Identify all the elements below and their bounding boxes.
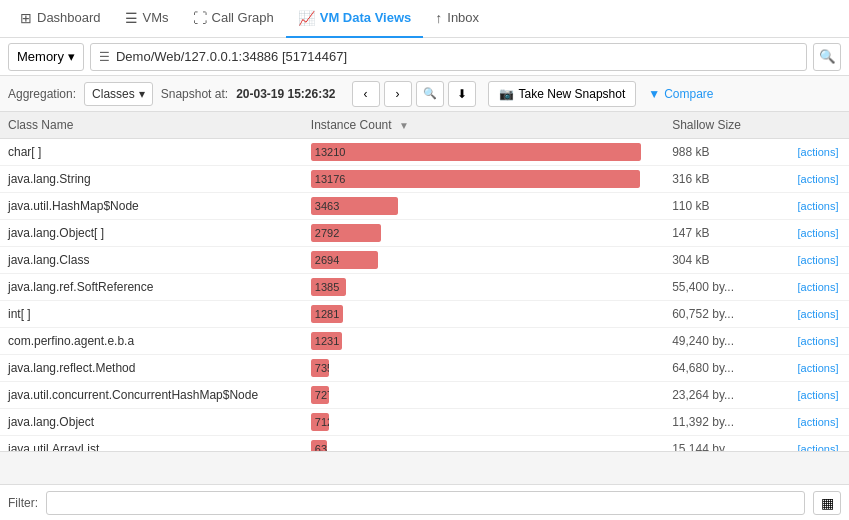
cell-shallow-size: 64,680 by... <box>664 355 789 382</box>
cell-instance-count: 1231 <box>303 328 664 355</box>
table-row: java.lang.ref.SoftReference 1385 55,400 … <box>0 274 849 301</box>
table-body: char[ ] 13210 988 kB[actions]java.lang.S… <box>0 139 849 453</box>
table-header: Class Name Instance Count ▼ Shallow Size <box>0 112 849 139</box>
cell-actions[interactable]: [actions] <box>789 247 849 274</box>
aggregation-dropdown-arrow: ▾ <box>139 87 145 101</box>
url-text: Demo/Web/127.0.0.1:34886 [51714467] <box>116 49 798 64</box>
vmdataviews-icon: 📈 <box>298 10 315 26</box>
compare-arrow-icon: ▼ <box>648 87 660 101</box>
cell-instance-count: 13210 <box>303 139 664 166</box>
actions-link[interactable]: [actions] <box>797 146 838 158</box>
cell-actions[interactable]: [actions] <box>789 193 849 220</box>
actions-link[interactable]: [actions] <box>797 308 838 320</box>
actions-link[interactable]: [actions] <box>797 200 838 212</box>
data-table: Class Name Instance Count ▼ Shallow Size… <box>0 112 849 452</box>
memory-dropdown[interactable]: Memory ▾ <box>8 43 84 71</box>
cell-instance-count: 13176 <box>303 166 664 193</box>
nav-item-vmdataviews[interactable]: 📈 VM Data Views <box>286 0 424 38</box>
actions-link[interactable]: [actions] <box>797 416 838 428</box>
cell-actions[interactable]: [actions] <box>789 301 849 328</box>
snapshot-nav-buttons: ‹ › 🔍 ⬇ <box>352 81 476 107</box>
cell-class-name: java.lang.Object <box>0 409 303 436</box>
cell-class-name: java.lang.String <box>0 166 303 193</box>
toolbar: Memory ▾ ☰ Demo/Web/127.0.0.1:34886 [517… <box>0 38 849 76</box>
nav-item-callgraph[interactable]: ⛶ Call Graph <box>181 0 286 38</box>
cell-instance-count: 2792 <box>303 220 664 247</box>
vms-icon: ☰ <box>125 10 138 26</box>
nav-label-dashboard: Dashboard <box>37 10 101 25</box>
actions-link[interactable]: [actions] <box>797 227 838 239</box>
cell-actions[interactable]: [actions] <box>789 328 849 355</box>
take-snapshot-button[interactable]: 📷 Take New Snapshot <box>488 81 637 107</box>
actions-link[interactable]: [actions] <box>797 254 838 266</box>
cell-actions[interactable]: [actions] <box>789 382 849 409</box>
url-icon: ☰ <box>99 50 110 64</box>
nav-label-callgraph: Call Graph <box>212 10 274 25</box>
snapshot-label: Snapshot at: <box>161 87 228 101</box>
nav-item-inbox[interactable]: ↑ Inbox <box>423 0 491 38</box>
actions-link[interactable]: [actions] <box>797 443 838 452</box>
actions-link[interactable]: [actions] <box>797 389 838 401</box>
cell-actions[interactable]: [actions] <box>789 166 849 193</box>
cell-shallow-size: 304 kB <box>664 247 789 274</box>
snapshot-value: 20-03-19 15:26:32 <box>236 87 335 101</box>
cell-shallow-size: 55,400 by... <box>664 274 789 301</box>
filter-columns-button[interactable]: ▦ <box>813 491 841 515</box>
cell-shallow-size: 110 kB <box>664 193 789 220</box>
table-row: int[ ] 1281 60,752 by...[actions] <box>0 301 849 328</box>
prev-snapshot-button[interactable]: ‹ <box>352 81 380 107</box>
nav-label-vms: VMs <box>143 10 169 25</box>
cell-actions[interactable]: [actions] <box>789 274 849 301</box>
actions-link[interactable]: [actions] <box>797 362 838 374</box>
cell-class-name: java.util.HashMap$Node <box>0 193 303 220</box>
cell-instance-count: 735 <box>303 355 664 382</box>
next-snapshot-button[interactable]: › <box>384 81 412 107</box>
download-icon: ⬇ <box>457 87 467 101</box>
cell-actions[interactable]: [actions] <box>789 436 849 453</box>
cell-class-name: com.perfino.agent.e.b.a <box>0 328 303 355</box>
cell-instance-count: 2694 <box>303 247 664 274</box>
column-header-actions <box>789 112 849 139</box>
cell-shallow-size: 23,264 by... <box>664 382 789 409</box>
cell-class-name: java.lang.Object[ ] <box>0 220 303 247</box>
take-snapshot-label: Take New Snapshot <box>519 87 626 101</box>
cell-instance-count: 1385 <box>303 274 664 301</box>
table-row: java.lang.Object 712 11,392 by...[action… <box>0 409 849 436</box>
callgraph-icon: ⛶ <box>193 10 207 26</box>
table-row: java.lang.Class 2694 304 kB[actions] <box>0 247 849 274</box>
aggregation-label: Aggregation: <box>8 87 76 101</box>
cell-actions[interactable]: [actions] <box>789 409 849 436</box>
compare-button[interactable]: ▼ Compare <box>648 87 713 101</box>
cell-class-name: int[ ] <box>0 301 303 328</box>
toolbar-search-button[interactable]: 🔍 <box>813 43 841 71</box>
cell-instance-count: 727 <box>303 382 664 409</box>
cell-instance-count: 631 <box>303 436 664 453</box>
aggregation-bar: Aggregation: Classes ▾ Snapshot at: 20-0… <box>0 76 849 112</box>
nav-label-vmdataviews: VM Data Views <box>320 10 412 25</box>
aggregation-dropdown[interactable]: Classes ▾ <box>84 82 153 106</box>
filter-bar: Filter: ▦ <box>0 484 849 520</box>
actions-link[interactable]: [actions] <box>797 173 838 185</box>
cell-actions[interactable]: [actions] <box>789 220 849 247</box>
search-snapshot-icon: 🔍 <box>423 87 437 100</box>
cell-class-name: java.lang.ref.SoftReference <box>0 274 303 301</box>
cell-class-name: java.lang.Class <box>0 247 303 274</box>
nav-item-dashboard[interactable]: ⊞ Dashboard <box>8 0 113 38</box>
column-header-instance-count[interactable]: Instance Count ▼ <box>303 112 664 139</box>
download-snapshot-button[interactable]: ⬇ <box>448 81 476 107</box>
nav-item-vms[interactable]: ☰ VMs <box>113 0 181 38</box>
cell-actions[interactable]: [actions] <box>789 355 849 382</box>
actions-link[interactable]: [actions] <box>797 281 838 293</box>
table-row: java.util.HashMap$Node 3463 110 kB[actio… <box>0 193 849 220</box>
sort-arrow-icon: ▼ <box>399 120 409 131</box>
cell-class-name: java.lang.reflect.Method <box>0 355 303 382</box>
toolbar-search-icon: 🔍 <box>819 49 836 64</box>
search-snapshot-button[interactable]: 🔍 <box>416 81 444 107</box>
next-icon: › <box>396 87 400 101</box>
dashboard-icon: ⊞ <box>20 10 32 26</box>
actions-link[interactable]: [actions] <box>797 335 838 347</box>
cell-actions[interactable]: [actions] <box>789 139 849 166</box>
cell-shallow-size: 60,752 by... <box>664 301 789 328</box>
memory-label: Memory <box>17 49 64 64</box>
filter-input[interactable] <box>46 491 805 515</box>
